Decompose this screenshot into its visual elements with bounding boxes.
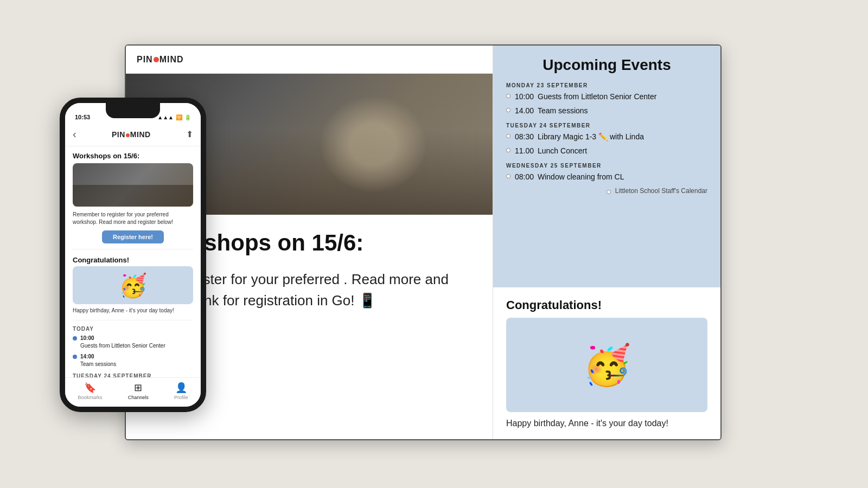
phone-today-label: TODAY (65, 323, 201, 333)
phone-divider-2 (73, 320, 193, 320)
back-button[interactable]: ‹ (73, 128, 76, 140)
tab-channels-label: Channels (128, 395, 149, 400)
birthday-panel-title: Congratulations! (506, 298, 707, 312)
logo-dot (126, 133, 130, 137)
event-item-5: 08:00 Window cleaning from CL (506, 172, 707, 183)
phone-event-text-2: 14:00 Team sessions (80, 353, 116, 368)
phone-time: 10:53 (75, 114, 90, 120)
phone-logo: PINMIND (112, 130, 151, 139)
wifi-icon: 🛜 (176, 114, 182, 120)
day-label-tuesday: TUESDAY 24 SEPTEMBER (506, 123, 707, 129)
phone-event-time-1: 10:00 (80, 335, 94, 341)
event-time-1: 10:00 (515, 92, 534, 102)
phone-event-desc-2: Team sessions (80, 361, 116, 367)
phone-status-icons: ▲▲▲ 🛜 🔋 (157, 114, 191, 120)
event-item-3: 08:30 Library Magic 1-3 ✏️ with Linda (506, 132, 707, 143)
monitor-right-panel: Upcoming Events MONDAY 23 SEPTEMBER 10:0… (493, 46, 720, 439)
phone-birthday-title: Congratulations! (65, 252, 201, 266)
phone-birthday-emoji: 🥳 (119, 272, 147, 299)
event-dot-5 (506, 174, 510, 178)
birthday-emoji: 🥳 (583, 342, 631, 388)
monitor: PINMIND Workshops on 15/6: er to registe… (125, 44, 722, 440)
tab-bookmarks[interactable]: 🔖 Bookmarks (78, 382, 103, 400)
tab-channels[interactable]: ⊞ Channels (128, 382, 149, 400)
event-time-2: 14.00 (515, 106, 534, 117)
profile-icon: 👤 (175, 382, 187, 394)
event-desc-3: Library Magic 1-3 ✏️ with Linda (538, 132, 644, 143)
phone-workshop-title: Workshops on 15/6: (65, 146, 201, 163)
channels-icon: ⊞ (134, 382, 142, 394)
phone-event-time-2: 14:00 (80, 354, 94, 359)
event-desc-2: Team sessions (538, 106, 588, 117)
phone-event-dot-2 (73, 355, 77, 359)
phone-event-dot-1 (73, 336, 77, 341)
share-button[interactable]: ⬆ (186, 129, 193, 139)
monitor-logo-dot (154, 57, 159, 62)
monitor-logo: PINMIND (137, 55, 184, 65)
event-dot-4 (506, 148, 510, 152)
phone-birthday-message: Happy birthday, Anne - it's your day tod… (65, 307, 201, 318)
phone-bottom-nav: 🔖 Bookmarks ⊞ Channels 👤 Profile (65, 377, 201, 407)
calendar-source: Littleton School Staff's Calendar (506, 187, 707, 195)
birthday-panel: Congratulations! 🥳 Happy birthday, Anne … (493, 287, 720, 439)
phone-event-text-1: 10:00 Guests from Littleton Senior Cente… (80, 335, 165, 350)
event-desc-1: Guests from Littleton Senior Center (538, 92, 656, 102)
tab-profile[interactable]: 👤 Profile (174, 382, 188, 400)
day-label-monday: MONDAY 23 SEPTEMBER (506, 82, 707, 88)
phone-event-2: 14:00 Team sessions (65, 351, 201, 370)
battery-icon: 🔋 (184, 114, 191, 120)
phone-workshop-desc: Remember to register for your preferred … (65, 207, 201, 228)
event-item-2: 14.00 Team sessions (506, 106, 707, 117)
events-panel: Upcoming Events MONDAY 23 SEPTEMBER 10:0… (493, 46, 720, 287)
event-item-1: 10:00 Guests from Littleton Senior Cente… (506, 92, 707, 102)
event-time-3: 08:30 (515, 132, 534, 143)
bookmarks-icon: 🔖 (84, 382, 96, 394)
tab-bookmarks-label: Bookmarks (78, 395, 103, 400)
event-dot-2 (506, 108, 510, 112)
phone-birthday-emoji-box: 🥳 (73, 266, 193, 304)
signal-icon: ▲▲▲ (157, 114, 174, 120)
phone-notch (106, 103, 160, 118)
phone: 10:53 ▲▲▲ 🛜 🔋 ‹ PINMIND ⬆ Workshops on 1… (60, 98, 206, 412)
event-time-4: 11.00 (515, 146, 534, 157)
phone-next-day-label: TUESDAY 24 SEPTEMBER (65, 370, 201, 377)
event-dot-1 (506, 94, 510, 98)
birthday-message: Happy birthday, Anne - it's your day tod… (506, 419, 707, 428)
event-item-4: 11.00 Lunch Concert (506, 146, 707, 157)
phone-event-1: 10:00 Guests from Littleton Senior Cente… (65, 333, 201, 351)
event-dot-3 (506, 134, 510, 138)
phone-workshop-image (73, 163, 193, 207)
event-time-5: 08:00 (515, 172, 534, 183)
calendar-dot (607, 190, 611, 194)
tab-profile-label: Profile (174, 395, 188, 400)
event-desc-4: Lunch Concert (538, 146, 587, 157)
phone-divider-1 (73, 249, 193, 249)
phone-event-desc-1: Guests from Littleton Senior Center (80, 343, 165, 349)
monitor-header: PINMIND (126, 46, 493, 74)
calendar-source-label: Littleton School Staff's Calendar (615, 187, 707, 195)
phone-scroll-content: Workshops on 15/6: Remember to register … (65, 146, 201, 377)
events-title: Upcoming Events (506, 56, 707, 74)
phone-nav-bar: ‹ PINMIND ⬆ (65, 123, 201, 146)
day-label-wednesday: WEDNESDAY 25 SEPTEMBER (506, 163, 707, 169)
birthday-emoji-box: 🥳 (506, 318, 707, 412)
event-desc-5: Window cleaning from CL (538, 172, 624, 183)
phone-register-button[interactable]: Register here! (102, 230, 164, 243)
